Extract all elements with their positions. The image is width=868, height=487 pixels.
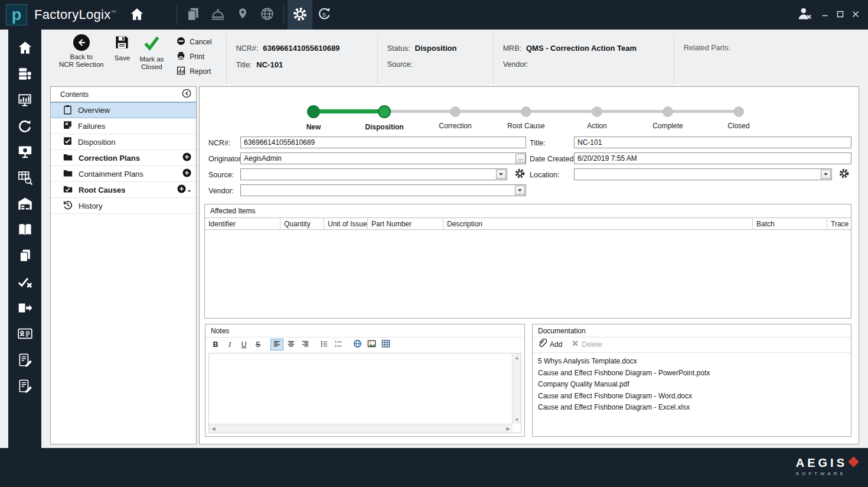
print-button[interactable]: Print	[177, 51, 211, 62]
vertical-scrollbar[interactable]: ▲ ▼	[512, 353, 521, 424]
collapse-panel-button[interactable]	[182, 89, 191, 100]
contents-item-disposition[interactable]: Disposition	[51, 134, 196, 150]
location-select[interactable]	[574, 168, 832, 180]
contents-item-root-causes[interactable]: Root Causes	[51, 182, 196, 198]
settings-nav-button[interactable]	[288, 0, 312, 30]
image-icon	[367, 339, 376, 350]
contents-item-correction-plans[interactable]: Correction Plans	[51, 150, 196, 166]
report-button[interactable]: Report	[177, 66, 211, 77]
database-icon	[17, 66, 32, 83]
column-header-identifier[interactable]: Identifier	[205, 218, 280, 229]
date-created-field-label: Date Created:	[530, 155, 576, 163]
underline-button[interactable]: U	[237, 339, 250, 350]
document-file-item[interactable]: 5 Whys Analysis Template.docx	[538, 356, 846, 368]
location-settings-button[interactable]	[838, 168, 850, 181]
sidebar-item-rework[interactable]	[15, 117, 35, 136]
date-created-input[interactable]	[574, 152, 851, 164]
add-root-cause-button[interactable]	[177, 184, 191, 195]
step-action: Action	[562, 87, 632, 130]
contents-item-failures[interactable]: Failures	[51, 118, 196, 134]
bold-button[interactable]: B	[209, 339, 222, 350]
align-left-button[interactable]	[270, 339, 283, 350]
align-right-button[interactable]	[299, 339, 312, 350]
source-select[interactable]	[240, 168, 507, 180]
contents-item-overview[interactable]: Overview	[51, 102, 196, 118]
sidebar-item-materials[interactable]	[15, 65, 35, 84]
contents-item-history[interactable]: History	[51, 198, 196, 214]
document-file-item[interactable]: Cause and Effect Fishbone Diagram - Exce…	[538, 402, 846, 414]
sidebar-item-notes-alt[interactable]	[15, 377, 35, 396]
globe-nav-button[interactable]	[255, 0, 280, 30]
window-maximize-button[interactable]	[833, 7, 848, 23]
contents-item-containment-plans[interactable]: Containment Plans	[51, 166, 196, 182]
mark-as-closed-button[interactable]: Mark asClosed	[139, 34, 164, 71]
scroll-up-arrow-icon[interactable]: ▲	[513, 353, 521, 362]
sidebar-item-production[interactable]	[15, 91, 35, 110]
dropdown-arrow-icon[interactable]	[515, 186, 525, 195]
align-center-button[interactable]	[285, 339, 298, 350]
source-field-label: Source:	[208, 171, 234, 179]
sidebar-item-monitoring[interactable]	[15, 143, 35, 162]
sidebar-item-home[interactable]	[15, 39, 35, 58]
notes-editor-content[interactable]	[211, 355, 511, 423]
originator-input[interactable]	[240, 152, 526, 164]
add-correction-plan-button[interactable]	[182, 152, 191, 163]
scroll-down-arrow-icon[interactable]: ▼	[513, 415, 521, 424]
source-settings-button[interactable]	[514, 168, 526, 181]
originator-picker-button[interactable]: ...	[515, 154, 526, 163]
window-minimize-button[interactable]	[817, 7, 833, 23]
column-header-trace[interactable]: Trace	[827, 218, 851, 229]
globe-link-icon	[353, 339, 362, 350]
insert-table-button[interactable]	[379, 339, 392, 350]
back-to-ncr-selection-button[interactable]: Back toNCR Selection	[59, 34, 103, 69]
bullet-list-button[interactable]	[318, 339, 331, 350]
column-header-unit-of-issue[interactable]: Unit of Issue	[324, 218, 368, 229]
location-nav-button[interactable]	[230, 0, 255, 30]
scroll-right-arrow-icon[interactable]: ▶	[504, 424, 513, 433]
ncr-number-input[interactable]	[240, 137, 526, 148]
refresh-5-nav-button[interactable]: 5	[312, 0, 337, 30]
documentation-title: Documentation	[533, 324, 851, 337]
sidebar-item-notes[interactable]	[15, 351, 35, 370]
insert-link-button[interactable]	[351, 339, 364, 350]
add-document-button[interactable]: Add	[537, 339, 562, 350]
sidebar-item-templates[interactable]	[15, 247, 35, 266]
column-header-batch[interactable]: Batch	[753, 218, 827, 229]
cancel-button[interactable]: Cancel	[177, 37, 211, 47]
delete-document-button[interactable]: Delete	[572, 340, 602, 349]
column-header-part-number[interactable]: Part Number	[368, 218, 443, 229]
horizontal-scrollbar[interactable]: ◀ ▶	[209, 424, 513, 433]
notes-editor[interactable]: ▲ ▼ ◀ ▶	[208, 353, 521, 433]
strikethrough-button[interactable]: S	[252, 339, 265, 350]
sidebar-item-transfer[interactable]	[15, 299, 35, 318]
document-file-item[interactable]: Company Quality Manual.pdf	[538, 379, 846, 391]
column-header-description[interactable]: Description	[443, 218, 753, 229]
dropdown-arrow-icon[interactable]	[496, 170, 506, 179]
sidebar-item-data-query[interactable]	[15, 169, 35, 188]
documents-nav-button[interactable]	[181, 0, 205, 30]
document-file-item[interactable]: Cause and Effect Fishbone Diagram - Powe…	[538, 368, 846, 379]
numbered-list-button[interactable]: 12	[332, 339, 345, 350]
scroll-left-arrow-icon[interactable]: ◀	[209, 424, 218, 433]
italic-button[interactable]: I	[223, 339, 236, 350]
vendor-select[interactable]	[240, 184, 526, 196]
aegis-logo: AEGIS SOFTWARE	[796, 456, 857, 476]
sidebar-item-quality[interactable]	[15, 273, 35, 292]
sidebar-item-documentation[interactable]	[15, 221, 35, 240]
dropdown-arrow-icon[interactable]	[821, 170, 831, 179]
sidebar-item-badge[interactable]	[15, 325, 35, 344]
window-close-button[interactable]	[848, 7, 863, 23]
document-file-item[interactable]: Cause and Effect Fishbone Diagram - Word…	[538, 391, 846, 402]
book-icon	[17, 222, 33, 239]
column-header-quantity[interactable]: Quantity	[280, 218, 324, 229]
network-dome-nav-button[interactable]	[205, 0, 230, 30]
user-logout-button[interactable]	[792, 0, 817, 30]
insert-image-button[interactable]	[365, 339, 378, 350]
title-input[interactable]	[574, 137, 851, 148]
home-nav-button[interactable]	[125, 0, 149, 30]
save-button[interactable]: Save	[114, 34, 130, 62]
add-containment-plan-button[interactable]	[182, 168, 191, 179]
vendor-label: Vendor:	[503, 60, 528, 69]
sidebar-item-warehouse[interactable]	[15, 195, 35, 214]
documentation-toolbar: Add Delete	[533, 337, 851, 353]
